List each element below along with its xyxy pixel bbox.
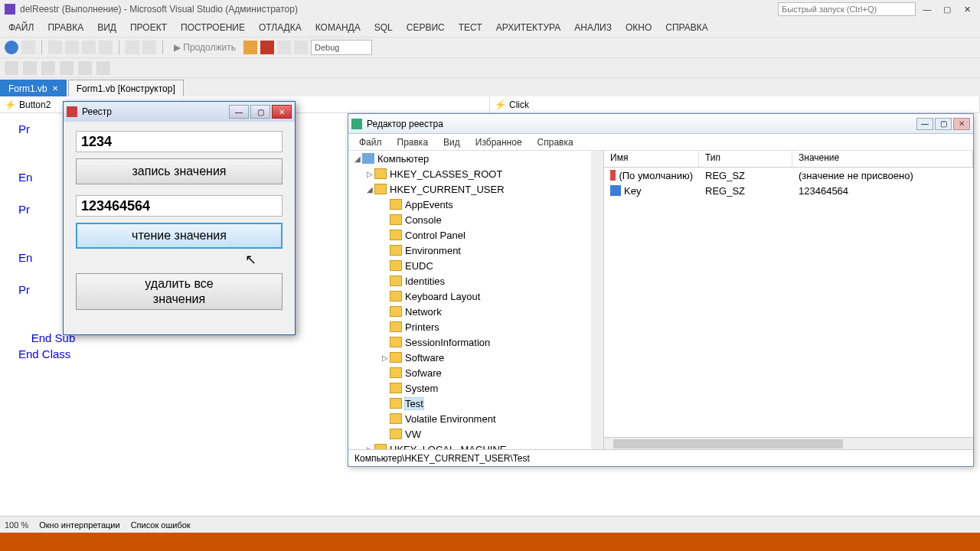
- tab-form1-designer[interactable]: Form1.vb [Конструктор]: [68, 80, 184, 96]
- reg-menu-file[interactable]: Файл: [351, 137, 390, 148]
- dlg-close-button[interactable]: ✕: [272, 105, 292, 119]
- expander-icon[interactable]: ▷: [381, 354, 390, 362]
- regedit-titlebar[interactable]: Редактор реестра — ▢ ✕: [348, 114, 973, 134]
- expander-icon[interactable]: ▷: [365, 170, 374, 178]
- maximize-button[interactable]: ▢: [939, 3, 956, 15]
- menu-sql[interactable]: SQL: [368, 22, 400, 33]
- quick-launch-input[interactable]: [778, 2, 916, 16]
- tb2-icon: [60, 61, 74, 75]
- open-icon[interactable]: [65, 41, 79, 54]
- saveall-icon[interactable]: [99, 41, 113, 54]
- registry-tree[interactable]: ◢Компьютер▷HKEY_CLASSES_ROOT◢HKEY_CURREN…: [348, 151, 604, 449]
- menu-help[interactable]: СПРАВКА: [658, 22, 715, 33]
- menu-file[interactable]: ФАЙЛ: [2, 22, 41, 33]
- regedit-menubar: Файл Правка Вид Избранное Справка: [348, 134, 973, 151]
- minimize-button[interactable]: —: [919, 3, 936, 15]
- menu-build[interactable]: ПОСТРОЕНИЕ: [174, 22, 252, 33]
- read-value-button[interactable]: чтение значения: [76, 223, 283, 249]
- reg-menu-help[interactable]: Справка: [530, 137, 581, 148]
- dialog-titlebar[interactable]: Реестр — ▢ ✕: [64, 102, 295, 122]
- zoom-level[interactable]: 100 %: [5, 520, 28, 530]
- tab-form1-vb[interactable]: Form1.vb✕: [0, 80, 67, 96]
- tree-node[interactable]: SessionInformation: [348, 335, 603, 349]
- save-icon[interactable]: [82, 41, 96, 54]
- default-value-icon: [610, 170, 616, 181]
- config-dropdown[interactable]: Debug: [311, 40, 372, 55]
- tree-node[interactable]: AppEvents: [348, 197, 603, 211]
- menu-tools[interactable]: СЕРВИС: [400, 22, 452, 33]
- menu-team[interactable]: КОМАНДА: [309, 22, 368, 33]
- bottom-tab-immediate[interactable]: Окно интерпретации: [39, 520, 119, 530]
- bottom-tab-errors[interactable]: Список ошибок: [131, 520, 191, 530]
- menu-view[interactable]: ВИД: [90, 22, 123, 33]
- folder-icon: [390, 291, 402, 302]
- tree-label: Test: [405, 398, 423, 409]
- dlg-maximize-button[interactable]: ▢: [250, 105, 270, 119]
- tree-node[interactable]: ▷Software: [348, 350, 603, 364]
- tree-node[interactable]: EUDC: [348, 259, 603, 272]
- menu-debug[interactable]: ОТЛАДКА: [252, 22, 309, 33]
- menu-window[interactable]: ОКНО: [619, 22, 658, 33]
- delete-all-button[interactable]: удалить все значения: [76, 273, 283, 310]
- dlg-minimize-button[interactable]: —: [229, 105, 249, 119]
- col-name[interactable]: Имя: [604, 151, 699, 167]
- value-row[interactable]: (По умолчанию)REG_SZ(значение не присвое…: [604, 168, 973, 183]
- pause-icon[interactable]: [243, 41, 257, 54]
- tree-scrollbar[interactable]: [591, 151, 603, 449]
- expander-icon[interactable]: ◢: [353, 155, 362, 163]
- expander-icon[interactable]: ◢: [365, 185, 374, 194]
- menu-arch[interactable]: АРХИТЕКТУРА: [489, 22, 568, 33]
- stop-icon[interactable]: [260, 41, 274, 54]
- reg-menu-view[interactable]: Вид: [436, 137, 468, 148]
- tree-node[interactable]: Environment: [348, 243, 603, 257]
- step-icon[interactable]: [294, 41, 308, 54]
- folder-icon: [390, 214, 402, 225]
- tree-node[interactable]: Sofware: [348, 366, 603, 380]
- restart-icon[interactable]: [277, 41, 291, 54]
- reg-minimize-button[interactable]: —: [916, 118, 933, 130]
- tree-node[interactable]: Printers: [348, 320, 603, 334]
- reg-menu-edit[interactable]: Правка: [390, 137, 436, 148]
- tree-node[interactable]: Control Panel: [348, 228, 603, 242]
- folder-icon: [390, 245, 402, 256]
- reg-maximize-button[interactable]: ▢: [935, 118, 952, 130]
- tree-node[interactable]: ◢HKEY_CURRENT_USER: [348, 182, 603, 196]
- tree-node[interactable]: ◢Компьютер: [348, 152, 603, 165]
- tree-node[interactable]: ▷HKEY_LOCAL_MACHINE: [348, 442, 603, 449]
- tree-node[interactable]: VW: [348, 427, 603, 441]
- menu-test[interactable]: ТЕСТ: [452, 22, 489, 33]
- close-button[interactable]: ✕: [959, 3, 975, 15]
- write-value-input[interactable]: [76, 131, 283, 152]
- tree-node[interactable]: Network: [348, 305, 603, 318]
- tree-label: Control Panel: [405, 230, 466, 241]
- tree-node[interactable]: Console: [348, 213, 603, 227]
- value-row[interactable]: KeyREG_SZ123464564: [604, 183, 973, 198]
- undo-icon[interactable]: [126, 41, 139, 54]
- expander-icon[interactable]: ▷: [365, 445, 374, 450]
- menu-project[interactable]: ПРОЕКТ: [123, 22, 174, 33]
- redo-icon[interactable]: [142, 41, 156, 54]
- reg-close-button[interactable]: ✕: [953, 118, 970, 130]
- tree-node[interactable]: System: [348, 381, 603, 395]
- list-h-scrollbar[interactable]: [604, 437, 973, 449]
- member-dropdown-right[interactable]: ⚡Click: [490, 96, 980, 112]
- col-value[interactable]: Значение: [792, 151, 973, 167]
- new-icon[interactable]: [48, 41, 62, 54]
- write-value-button[interactable]: запись значения: [76, 158, 283, 184]
- registry-values-list[interactable]: Имя Тип Значение (По умолчанию)REG_SZ(зн…: [604, 151, 973, 449]
- tree-node[interactable]: Identities: [348, 274, 603, 288]
- reg-menu-fav[interactable]: Избранное: [468, 137, 530, 148]
- nav-back-icon[interactable]: [5, 41, 18, 54]
- col-type[interactable]: Тип: [699, 151, 792, 167]
- continue-button[interactable]: ▶ Продолжить: [169, 42, 240, 53]
- tree-node[interactable]: ▷HKEY_CLASSES_ROOT: [348, 167, 603, 181]
- menu-edit[interactable]: ПРАВКА: [41, 22, 90, 33]
- tree-node[interactable]: Keyboard Layout: [348, 289, 603, 303]
- tree-node[interactable]: Volatile Environment: [348, 412, 603, 425]
- folder-icon: [390, 230, 402, 240]
- menu-analyze[interactable]: АНАЛИЗ: [567, 22, 619, 33]
- tree-node[interactable]: Test: [348, 396, 603, 410]
- tree-label: Software: [405, 352, 444, 364]
- read-value-input[interactable]: [76, 195, 283, 217]
- close-tab-icon[interactable]: ✕: [52, 84, 58, 93]
